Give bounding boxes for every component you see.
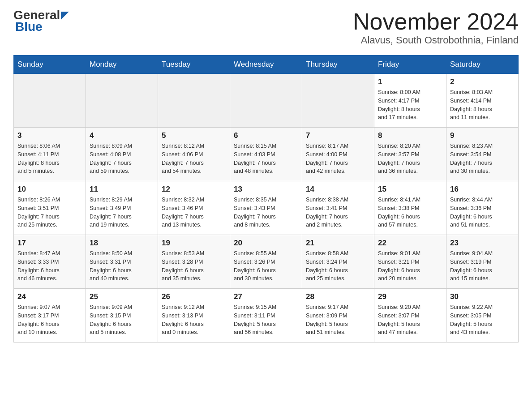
day-number: 3 [17, 131, 82, 140]
calendar-cell: 26Sunrise: 9:12 AM Sunset: 3:13 PM Dayli… [158, 289, 230, 342]
calendar-cell: 9Sunrise: 8:23 AM Sunset: 3:54 PM Daylig… [446, 128, 519, 181]
day-info: Sunrise: 9:22 AM Sunset: 3:05 PM Dayligh… [450, 303, 515, 337]
weekday-header-saturday: Saturday [446, 56, 519, 74]
day-info: Sunrise: 9:15 AM Sunset: 3:11 PM Dayligh… [234, 303, 298, 337]
svg-marker-0 [61, 12, 69, 20]
day-number: 30 [450, 292, 515, 301]
day-info: Sunrise: 8:55 AM Sunset: 3:26 PM Dayligh… [234, 249, 298, 283]
calendar-cell [230, 74, 302, 128]
calendar-cell: 17Sunrise: 8:47 AM Sunset: 3:33 PM Dayli… [14, 235, 86, 289]
day-number: 15 [378, 185, 442, 194]
day-info: Sunrise: 9:04 AM Sunset: 3:19 PM Dayligh… [450, 249, 515, 283]
day-number: 27 [234, 292, 298, 301]
day-number: 12 [162, 185, 226, 194]
day-number: 8 [378, 131, 442, 140]
day-number: 6 [234, 131, 298, 140]
calendar-cell: 8Sunrise: 8:20 AM Sunset: 3:57 PM Daylig… [374, 128, 446, 181]
day-number: 16 [450, 185, 515, 194]
calendar-cell: 14Sunrise: 8:38 AM Sunset: 3:41 PM Dayli… [302, 181, 374, 235]
calendar-cell: 13Sunrise: 8:35 AM Sunset: 3:43 PM Dayli… [230, 181, 302, 235]
day-info: Sunrise: 8:00 AM Sunset: 4:17 PM Dayligh… [378, 88, 442, 122]
calendar-cell: 6Sunrise: 8:15 AM Sunset: 4:03 PM Daylig… [230, 128, 302, 181]
calendar-cell: 23Sunrise: 9:04 AM Sunset: 3:19 PM Dayli… [446, 235, 519, 289]
calendar-cell: 1Sunrise: 8:00 AM Sunset: 4:17 PM Daylig… [374, 74, 446, 128]
calendar-cell: 12Sunrise: 8:32 AM Sunset: 3:46 PM Dayli… [158, 181, 230, 235]
day-number: 26 [162, 292, 226, 301]
day-number: 14 [306, 185, 370, 194]
calendar-cell: 18Sunrise: 8:50 AM Sunset: 3:31 PM Dayli… [86, 235, 158, 289]
calendar-cell: 30Sunrise: 9:22 AM Sunset: 3:05 PM Dayli… [446, 289, 519, 342]
calendar-cell: 3Sunrise: 8:06 AM Sunset: 4:11 PM Daylig… [14, 128, 86, 181]
calendar-week-row: 3Sunrise: 8:06 AM Sunset: 4:11 PM Daylig… [14, 128, 519, 181]
day-number: 1 [378, 77, 442, 86]
day-info: Sunrise: 8:09 AM Sunset: 4:08 PM Dayligh… [90, 142, 154, 176]
calendar-cell: 15Sunrise: 8:41 AM Sunset: 3:38 PM Dayli… [374, 181, 446, 235]
calendar-week-row: 17Sunrise: 8:47 AM Sunset: 3:33 PM Dayli… [14, 235, 519, 289]
day-number: 11 [90, 185, 154, 194]
weekday-header-monday: Monday [86, 56, 158, 74]
logo-triangle-icon [61, 12, 69, 20]
calendar-cell: 5Sunrise: 8:12 AM Sunset: 4:06 PM Daylig… [158, 128, 230, 181]
day-info: Sunrise: 8:03 AM Sunset: 4:14 PM Dayligh… [450, 88, 515, 122]
day-info: Sunrise: 8:20 AM Sunset: 3:57 PM Dayligh… [378, 142, 442, 176]
day-info: Sunrise: 8:35 AM Sunset: 3:43 PM Dayligh… [234, 196, 298, 229]
day-info: Sunrise: 9:20 AM Sunset: 3:07 PM Dayligh… [378, 303, 442, 337]
calendar-cell: 21Sunrise: 8:58 AM Sunset: 3:24 PM Dayli… [302, 235, 374, 289]
day-info: Sunrise: 8:15 AM Sunset: 4:03 PM Dayligh… [234, 142, 298, 176]
day-number: 24 [17, 292, 82, 301]
calendar-cell [14, 74, 86, 128]
calendar-cell: 16Sunrise: 8:44 AM Sunset: 3:36 PM Dayli… [446, 181, 519, 235]
weekday-header-wednesday: Wednesday [230, 56, 302, 74]
calendar-cell: 10Sunrise: 8:26 AM Sunset: 3:51 PM Dayli… [14, 181, 86, 235]
calendar-cell: 4Sunrise: 8:09 AM Sunset: 4:08 PM Daylig… [86, 128, 158, 181]
day-number: 21 [306, 239, 370, 248]
day-number: 10 [17, 185, 82, 194]
calendar-cell: 22Sunrise: 9:01 AM Sunset: 3:21 PM Dayli… [374, 235, 446, 289]
title-section: November 2024 Alavus, South Ostrobothnia… [353, 9, 519, 46]
day-number: 22 [378, 239, 442, 248]
day-info: Sunrise: 8:50 AM Sunset: 3:31 PM Dayligh… [90, 249, 154, 283]
day-number: 4 [90, 131, 154, 140]
day-info: Sunrise: 9:17 AM Sunset: 3:09 PM Dayligh… [306, 303, 370, 337]
calendar-cell: 7Sunrise: 8:17 AM Sunset: 4:00 PM Daylig… [302, 128, 374, 181]
day-info: Sunrise: 8:47 AM Sunset: 3:33 PM Dayligh… [17, 249, 82, 283]
calendar-cell: 28Sunrise: 9:17 AM Sunset: 3:09 PM Dayli… [302, 289, 374, 342]
calendar-cell: 25Sunrise: 9:09 AM Sunset: 3:15 PM Dayli… [86, 289, 158, 342]
weekday-header-row: SundayMondayTuesdayWednesdayThursdayFrid… [14, 56, 519, 74]
calendar-cell: 11Sunrise: 8:29 AM Sunset: 3:49 PM Dayli… [86, 181, 158, 235]
day-info: Sunrise: 8:32 AM Sunset: 3:46 PM Dayligh… [162, 196, 226, 229]
day-number: 29 [378, 292, 442, 301]
calendar-cell: 19Sunrise: 8:53 AM Sunset: 3:28 PM Dayli… [158, 235, 230, 289]
day-number: 19 [162, 239, 226, 248]
day-info: Sunrise: 8:41 AM Sunset: 3:38 PM Dayligh… [378, 196, 442, 229]
day-number: 18 [90, 239, 154, 248]
day-info: Sunrise: 9:12 AM Sunset: 3:13 PM Dayligh… [162, 303, 226, 337]
calendar-cell: 20Sunrise: 8:55 AM Sunset: 3:26 PM Dayli… [230, 235, 302, 289]
day-number: 13 [234, 185, 298, 194]
weekday-header-thursday: Thursday [302, 56, 374, 74]
day-number: 23 [450, 239, 515, 248]
day-info: Sunrise: 8:58 AM Sunset: 3:24 PM Dayligh… [306, 249, 370, 283]
calendar-week-row: 1Sunrise: 8:00 AM Sunset: 4:17 PM Daylig… [14, 74, 519, 128]
day-number: 7 [306, 131, 370, 140]
weekday-header-sunday: Sunday [14, 56, 86, 74]
day-number: 28 [306, 292, 370, 301]
calendar-cell: 29Sunrise: 9:20 AM Sunset: 3:07 PM Dayli… [374, 289, 446, 342]
day-info: Sunrise: 8:38 AM Sunset: 3:41 PM Dayligh… [306, 196, 370, 229]
day-info: Sunrise: 9:07 AM Sunset: 3:17 PM Dayligh… [17, 303, 82, 337]
location-title: Alavus, South Ostrobothnia, Finland [353, 34, 519, 46]
logo: General Blue [13, 9, 69, 34]
month-title: November 2024 [353, 9, 519, 34]
logo-blue: Blue [15, 20, 43, 34]
calendar-cell [158, 74, 230, 128]
day-info: Sunrise: 8:12 AM Sunset: 4:06 PM Dayligh… [162, 142, 226, 176]
day-info: Sunrise: 8:44 AM Sunset: 3:36 PM Dayligh… [450, 196, 515, 229]
day-number: 20 [234, 239, 298, 248]
calendar-cell [86, 74, 158, 128]
day-info: Sunrise: 8:23 AM Sunset: 3:54 PM Dayligh… [450, 142, 515, 176]
day-number: 5 [162, 131, 226, 140]
day-info: Sunrise: 8:29 AM Sunset: 3:49 PM Dayligh… [90, 196, 154, 229]
calendar-week-row: 24Sunrise: 9:07 AM Sunset: 3:17 PM Dayli… [14, 289, 519, 342]
day-info: Sunrise: 8:06 AM Sunset: 4:11 PM Dayligh… [17, 142, 82, 176]
page-header: General Blue November 2024 Alavus, South… [13, 9, 519, 46]
